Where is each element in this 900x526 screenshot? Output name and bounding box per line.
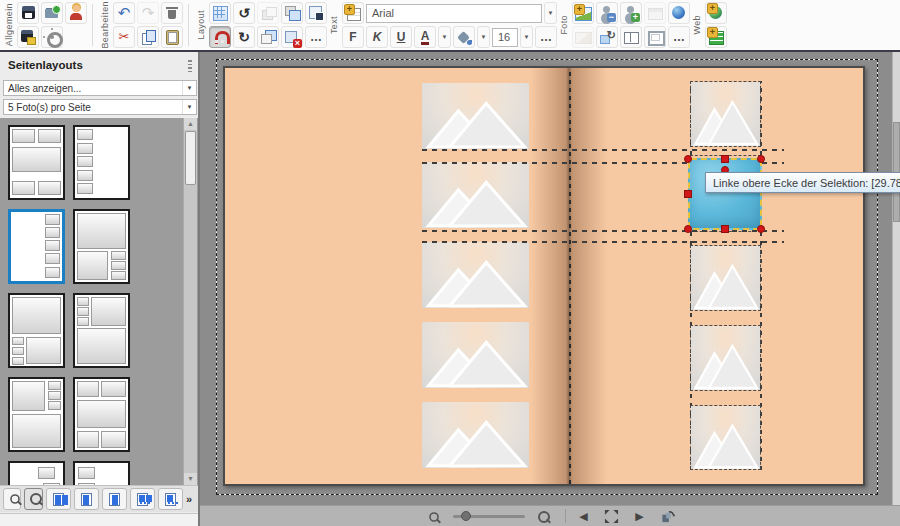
globe-button[interactable] [668, 2, 690, 24]
photo-placeholder-right-1[interactable] [691, 82, 760, 146]
font-size-combo[interactable]: 16 [492, 28, 518, 47]
landscape-button[interactable] [572, 26, 594, 48]
chevron-down-icon[interactable]: ▼ [182, 81, 196, 95]
bring-to-front-button[interactable] [281, 2, 303, 24]
cut-button[interactable] [113, 26, 135, 48]
canvas-scrollbar[interactable] [892, 52, 900, 505]
photo-placeholder-left-4[interactable] [422, 322, 529, 388]
font-color-drop-button[interactable]: ▼ [438, 26, 451, 48]
bring-forward-button[interactable] [257, 26, 279, 48]
handle-top-center[interactable] [721, 155, 729, 163]
scroll-up-icon[interactable]: ▲ [184, 118, 197, 130]
view-1-button[interactable] [46, 488, 71, 510]
handle-top-right[interactable] [757, 155, 765, 163]
panel-grip-icon[interactable] [188, 58, 192, 72]
book-spread-button[interactable] [620, 26, 642, 48]
layout-filter-select[interactable]: Alles anzeigen... ▼ [3, 80, 197, 96]
layout-thumbnail-layout-big-top[interactable] [73, 209, 130, 284]
photos-per-page-select[interactable]: 5 Foto(s) pro Seite ▼ [3, 99, 197, 115]
view-3-button[interactable] [102, 488, 127, 510]
font-color-button[interactable]: A [414, 26, 436, 48]
photo-placeholder-right-4[interactable] [691, 326, 760, 390]
layout-more-button[interactable]: … [305, 26, 327, 48]
photo-placeholder-left-3[interactable] [422, 242, 529, 308]
font-family-drop-button[interactable]: ▼ [544, 2, 557, 24]
photo-frame-right-5[interactable] [690, 405, 761, 470]
layout-thumbnail-layout-2-stagger[interactable] [8, 461, 65, 485]
scroll-down-icon[interactable]: ▼ [184, 473, 197, 485]
fit-to-page-icon[interactable] [602, 507, 622, 525]
add-web-photo-button[interactable] [705, 2, 727, 24]
screenshot-button[interactable] [644, 2, 666, 24]
handle-middle-left[interactable] [684, 190, 692, 198]
fill-color-button[interactable] [453, 26, 475, 48]
view-2-button[interactable] [74, 488, 99, 510]
delete-layout-button[interactable] [281, 26, 303, 48]
handle-bottom-right[interactable] [757, 225, 765, 233]
previous-page-icon[interactable]: ◀ [574, 507, 594, 525]
person-remove-button[interactable] [596, 2, 618, 24]
save-layout-button[interactable] [305, 2, 327, 24]
photo-frame-right-3[interactable] [690, 245, 761, 311]
photo-placeholder-right-3[interactable] [691, 246, 760, 310]
photo-frame-right-1[interactable] [690, 81, 761, 147]
zoom-in-button[interactable] [24, 488, 42, 510]
person-add-button[interactable] [620, 2, 642, 24]
next-page-icon[interactable]: ▶ [630, 507, 650, 525]
delete-button[interactable] [161, 2, 183, 24]
save-as-button[interactable] [17, 26, 39, 48]
photo-placeholder-left-2[interactable] [422, 162, 529, 228]
sidebar-scrollbar[interactable]: ▲ ▼ [183, 118, 197, 485]
add-photo-button[interactable] [572, 2, 594, 24]
grid-button[interactable] [209, 2, 231, 24]
sidebar-overflow-chevron[interactable]: » [186, 493, 192, 505]
send-backward-button[interactable] [257, 2, 279, 24]
view-4-button[interactable] [130, 488, 155, 510]
editor-canvas[interactable]: Linke obere Ecke der Selektion: [29.78 c… [200, 52, 900, 526]
save-button[interactable] [17, 2, 39, 24]
add-textbox-button[interactable] [342, 2, 364, 24]
photo-more-button[interactable]: … [668, 26, 690, 48]
rotate-spread-icon[interactable] [658, 507, 678, 525]
paste-button[interactable] [161, 26, 183, 48]
rotate-photo-button[interactable] [596, 26, 618, 48]
photo-placeholder-right-5[interactable] [691, 406, 760, 469]
layout-thumbnail-layout-big-top-3small[interactable] [8, 293, 65, 368]
zoom-in-icon[interactable] [533, 507, 557, 525]
zoom-slider-knob[interactable] [461, 511, 471, 521]
layout-thumbnail-layout-2-left[interactable] [73, 461, 130, 485]
layout-thumbnail-layout-img-3small-img[interactable] [8, 377, 65, 452]
zoom-slider[interactable] [453, 507, 525, 525]
layout-thumbnail-layout-5-right[interactable] [8, 209, 65, 284]
copy-button[interactable] [137, 26, 159, 48]
fill-color-drop-button[interactable]: ▼ [477, 26, 490, 48]
layout-thumbnail-layout-5-left[interactable] [73, 125, 130, 200]
rotate-right-button[interactable] [233, 26, 255, 48]
photo-placeholder-left-1[interactable] [422, 83, 529, 149]
underline-button[interactable]: U [390, 26, 412, 48]
zoom-out-icon[interactable] [423, 507, 445, 525]
rotate-left-button[interactable] [233, 2, 255, 24]
bold-button[interactable]: F [342, 26, 364, 48]
photobook-spread[interactable] [223, 66, 865, 486]
photo-frame-button[interactable] [644, 26, 666, 48]
zoom-out-button[interactable] [3, 488, 21, 510]
open-project-button[interactable] [41, 2, 63, 24]
text-more-button[interactable]: … [535, 26, 557, 48]
photo-placeholder-left-5[interactable] [422, 402, 529, 468]
italic-button[interactable]: K [366, 26, 388, 48]
handle-top-left[interactable] [684, 155, 692, 163]
font-family-combo[interactable]: Arial [366, 4, 542, 23]
layout-thumbnail-layout-2-1-2[interactable] [8, 125, 65, 200]
layout-thumbnail-layout-3small-big-bottom[interactable] [73, 293, 130, 368]
handle-bottom-left[interactable] [684, 225, 692, 233]
scrollbar-thumb[interactable] [185, 131, 196, 185]
undo-button[interactable] [113, 2, 135, 24]
assistant-button[interactable] [65, 2, 87, 24]
view-5-button[interactable] [158, 488, 183, 510]
chevron-down-icon[interactable]: ▼ [182, 100, 196, 114]
handle-bottom-center[interactable] [721, 225, 729, 233]
magnet-button[interactable] [209, 26, 231, 48]
add-web-table-button[interactable] [705, 26, 727, 48]
font-size-drop-button[interactable]: ▼ [520, 26, 533, 48]
